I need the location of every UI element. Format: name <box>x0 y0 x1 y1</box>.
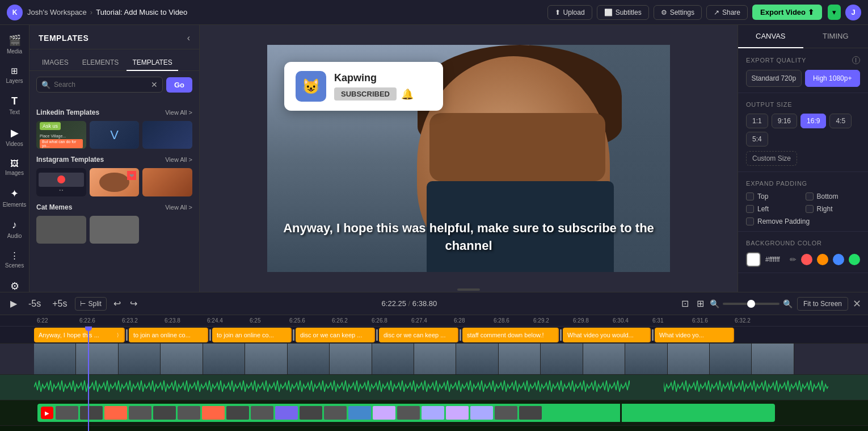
sidebar-item-text[interactable]: T Text <box>2 91 27 120</box>
export-quality-title: EXPORT QUALITY i <box>746 56 860 64</box>
quality-720p-button[interactable]: Standard 720p <box>746 70 802 87</box>
size-5-4-button[interactable]: 5:4 <box>746 132 768 147</box>
padding-top-checkbox[interactable] <box>746 193 754 200</box>
minus5-button[interactable]: -5s <box>25 296 44 311</box>
plus5-button[interactable]: +5s <box>49 296 70 311</box>
catmemes-view-all[interactable]: View All > <box>165 204 192 211</box>
catmemes-thumb-2[interactable] <box>90 216 140 244</box>
subtitle-chip-7[interactable]: What video yo... <box>655 328 734 342</box>
search-row: 🔍 ✕ Go <box>30 71 199 98</box>
instagram-thumb-3[interactable] <box>142 168 192 196</box>
subtitle-chip-6[interactable]: What video you would... <box>563 328 651 342</box>
linkedin-thumb-2[interactable]: V <box>90 121 140 149</box>
panel-collapse-button[interactable]: ‹ <box>187 33 190 43</box>
instagram-view-all[interactable]: View All > <box>165 156 192 163</box>
color-swatch-blue[interactable] <box>833 254 844 265</box>
timeline-close-button[interactable]: ✕ <box>853 298 861 310</box>
video-frame-strip[interactable] <box>34 344 794 375</box>
tab-elements[interactable]: ELEMENTS <box>77 55 125 71</box>
tab-canvas[interactable]: CANVAS <box>738 25 803 48</box>
panel-title: TEMPLATES <box>39 34 89 43</box>
resize-handle[interactable] <box>457 288 480 291</box>
size-16-9-button[interactable]: 16:9 <box>800 114 826 128</box>
ruler-mark-12: 6:29.2 <box>533 317 549 324</box>
sidebar-item-images[interactable]: 🖼 Images <box>2 154 27 181</box>
search-input[interactable] <box>54 81 148 89</box>
tab-templates[interactable]: TEMPLATES <box>127 55 178 71</box>
video-track-playhead <box>88 344 89 374</box>
play-button[interactable]: ▶ <box>7 296 20 311</box>
share-button[interactable]: ↗ Share <box>706 5 748 20</box>
tab-images[interactable]: IMAGES <box>36 55 74 71</box>
subtitles-button[interactable]: ⬜ Subtitles <box>597 5 649 20</box>
sidebar-item-media[interactable]: 🎬 Media <box>2 30 27 59</box>
undo-button[interactable]: ↩ <box>111 296 123 311</box>
sidebar-item-scenes[interactable]: ⋮ Scenes <box>2 246 27 273</box>
export-quality-info-icon[interactable]: i <box>852 56 860 64</box>
color-swatch-orange[interactable] <box>817 254 828 265</box>
zoom-slider[interactable] <box>723 303 779 305</box>
timeline-controls: ▶ -5s +5s ⊢ Split ↩ ↪ 6:22.25 / 6:38.80 … <box>0 292 868 315</box>
images-label: Images <box>5 170 24 176</box>
catmemes-thumb-1[interactable] <box>36 216 86 244</box>
custom-size-button[interactable]: Custom Size <box>746 151 797 166</box>
bg-color-swatch[interactable] <box>746 252 761 267</box>
upload-button[interactable]: ⬆ Upload <box>547 5 592 20</box>
subtitle-chip-1[interactable]: to join an online co... <box>129 328 208 342</box>
music-bar[interactable]: ▶ <box>37 404 775 422</box>
channel-name: Kapwing <box>334 72 432 84</box>
fit-to-screen-button[interactable]: Fit to Screen <box>797 297 848 311</box>
subtitle-chip-2[interactable]: to join an online co... <box>212 328 292 342</box>
subtitle-chip-4[interactable]: disc or we can keep ... <box>379 328 458 342</box>
tracks-wrapper: Anyway, I hope this ... ⟩ to join an onl… <box>0 327 868 431</box>
padding-left-label: Left <box>757 205 769 213</box>
search-clear-button[interactable]: ✕ <box>151 80 158 89</box>
sidebar-item-audio[interactable]: ♪ Audio <box>2 215 27 244</box>
ruler-mark-6: 6:25.6 <box>289 317 305 324</box>
size-1-1-button[interactable]: 1:1 <box>746 114 768 128</box>
instagram-thumb-2[interactable]: ❤ <box>90 168 140 196</box>
padding-bottom-checkbox[interactable] <box>806 193 814 200</box>
videos-icon: ▶ <box>11 127 19 139</box>
audio-waveform-svg <box>34 376 828 399</box>
linkedin-thumb-1[interactable]: Ask us Place Village... But what can do … <box>36 121 86 149</box>
export-button[interactable]: Export Video ⬆ <box>752 5 822 20</box>
redo-button[interactable]: ↪ <box>128 296 140 311</box>
svg-rect-0 <box>34 376 828 399</box>
padding-bottom-item: Bottom <box>806 193 861 200</box>
layers-icon: ⊞ <box>11 66 18 76</box>
sidebar-item-plugins[interactable]: ⚙ Plugins <box>2 275 27 292</box>
workspace-link[interactable]: Josh's Workspace <box>27 8 87 16</box>
size-9-16-button[interactable]: 9:16 <box>772 114 797 128</box>
quality-1080p-button[interactable]: High 1080p+ <box>805 70 861 87</box>
color-swatch-red[interactable] <box>801 254 812 265</box>
instagram-thumb-1[interactable]: • • <box>36 168 86 196</box>
zoom-expand-icon[interactable]: ⊞ <box>694 296 706 311</box>
zoom-max-icon: 🔍 <box>783 299 793 308</box>
tab-timing[interactable]: TIMING <box>803 25 869 48</box>
go-button[interactable]: Go <box>166 77 192 93</box>
split-button[interactable]: ⊢ Split <box>75 297 106 311</box>
remove-padding-checkbox[interactable] <box>746 217 754 225</box>
yt-icon: ▶ <box>41 407 53 419</box>
padding-right-checkbox[interactable] <box>806 205 814 213</box>
linkedin-thumb-3[interactable] <box>142 121 192 149</box>
sidebar-item-elements[interactable]: ✦ Elements <box>2 183 27 212</box>
subtitle-chip-5[interactable]: staff comment down below.! <box>462 328 559 342</box>
sidebar-item-videos[interactable]: ▶ Videos <box>2 122 27 152</box>
subtitle-chip-0[interactable]: Anyway, I hope this ... ⟩ <box>34 328 125 342</box>
size-4-5-button[interactable]: 4:5 <box>829 114 852 128</box>
sidebar-item-layers[interactable]: ⊞ Layers <box>2 61 27 89</box>
bg-color-edit-button[interactable]: ✏ <box>790 255 797 264</box>
export-dropdown-button[interactable]: ▾ <box>828 5 841 20</box>
color-swatch-green[interactable] <box>849 254 860 265</box>
avatar[interactable]: J <box>845 5 861 20</box>
subtitle-chip-3[interactable]: disc or we can keep ... <box>296 328 375 342</box>
media-icon: 🎬 <box>9 34 21 47</box>
remove-padding-label: Remove Padding <box>757 217 810 225</box>
linkedin-view-all[interactable]: View All > <box>165 109 192 116</box>
zoom-fit-icon[interactable]: ⊡ <box>679 296 691 311</box>
elements-icon: ✦ <box>10 187 19 200</box>
settings-button[interactable]: ⚙ Settings <box>654 5 702 20</box>
padding-left-checkbox[interactable] <box>746 205 754 213</box>
